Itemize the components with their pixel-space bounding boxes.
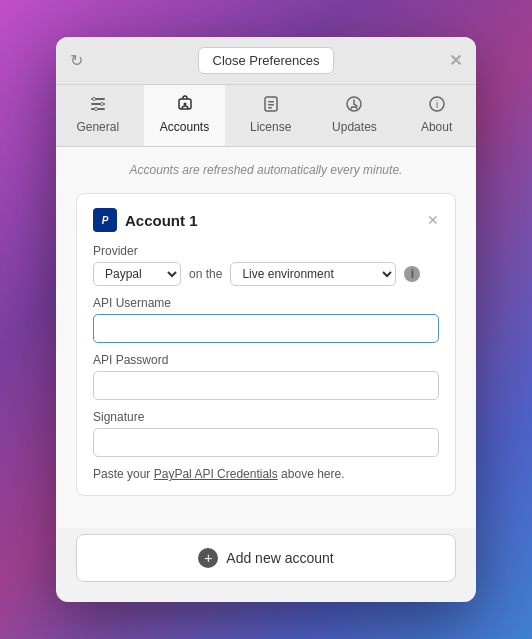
environment-select[interactable]: Live environment Sandbox environment <box>230 262 396 286</box>
svg-point-3 <box>92 98 95 101</box>
svg-text:i: i <box>435 99 437 110</box>
provider-row: Paypal Stripe Square on the Live environ… <box>93 262 439 286</box>
api-username-label: API Username <box>93 296 439 310</box>
tab-general-label: General <box>76 120 119 134</box>
about-icon: i <box>428 95 446 116</box>
provider-select[interactable]: Paypal Stripe Square <box>93 262 181 286</box>
api-password-label: API Password <box>93 353 439 367</box>
svg-rect-11 <box>268 107 272 109</box>
svg-point-4 <box>100 103 103 106</box>
titlebar: ↻ Close Preferences ✕ <box>56 37 476 85</box>
tab-accounts[interactable]: Accounts <box>144 85 225 146</box>
plus-circle-icon: + <box>198 548 218 568</box>
paypal-api-credentials-link[interactable]: PayPal API Credentials <box>154 467 278 481</box>
license-icon <box>262 95 280 116</box>
general-icon <box>89 95 107 116</box>
tab-license-label: License <box>250 120 291 134</box>
creds-note-prefix: Paste your <box>93 467 154 481</box>
svg-rect-10 <box>268 104 274 106</box>
window-close-icon[interactable]: ✕ <box>449 51 462 70</box>
account-title-row: P Account 1 <box>93 208 198 232</box>
content-area: Accounts are refreshed automatically eve… <box>56 147 476 528</box>
tab-general[interactable]: General <box>60 85 135 146</box>
account-title: Account 1 <box>125 212 198 229</box>
tab-about[interactable]: i About <box>402 85 472 146</box>
accounts-icon <box>176 95 194 116</box>
svg-point-7 <box>183 103 186 106</box>
signature-field-group: Signature <box>93 410 439 457</box>
refresh-note: Accounts are refreshed automatically eve… <box>76 163 456 177</box>
api-password-field-group: API Password <box>93 353 439 400</box>
api-username-input[interactable] <box>93 314 439 343</box>
close-preferences-button[interactable]: Close Preferences <box>198 47 335 74</box>
tab-updates[interactable]: Updates <box>316 85 393 146</box>
provider-label: Provider <box>93 244 439 258</box>
tab-license[interactable]: License <box>234 85 307 146</box>
add-account-label: Add new account <box>226 550 333 566</box>
api-creds-note: Paste your PayPal API Credentials above … <box>93 467 439 481</box>
account-card: P Account 1 ✕ Provider Paypal Stripe Squ… <box>76 193 456 496</box>
tabbar: General Accounts <box>56 85 476 147</box>
svg-point-5 <box>94 108 97 111</box>
account-card-close-icon[interactable]: ✕ <box>427 212 439 228</box>
account-card-header: P Account 1 ✕ <box>93 208 439 232</box>
add-account-section: + Add new account <box>56 528 476 602</box>
tab-updates-label: Updates <box>332 120 377 134</box>
api-username-field-group: API Username <box>93 296 439 343</box>
on-the-text: on the <box>189 267 222 281</box>
tab-about-label: About <box>421 120 452 134</box>
info-icon[interactable]: i <box>404 266 420 282</box>
preferences-window: ↻ Close Preferences ✕ General <box>56 37 476 602</box>
provider-field-group: Provider Paypal Stripe Square on the Liv… <box>93 244 439 286</box>
refresh-icon[interactable]: ↻ <box>70 51 83 70</box>
creds-note-suffix: above here. <box>278 467 345 481</box>
paypal-icon: P <box>93 208 117 232</box>
svg-rect-9 <box>268 101 274 103</box>
tab-accounts-label: Accounts <box>160 120 209 134</box>
signature-label: Signature <box>93 410 439 424</box>
add-new-account-button[interactable]: + Add new account <box>76 534 456 582</box>
signature-input[interactable] <box>93 428 439 457</box>
api-password-input[interactable] <box>93 371 439 400</box>
updates-icon <box>345 95 363 116</box>
